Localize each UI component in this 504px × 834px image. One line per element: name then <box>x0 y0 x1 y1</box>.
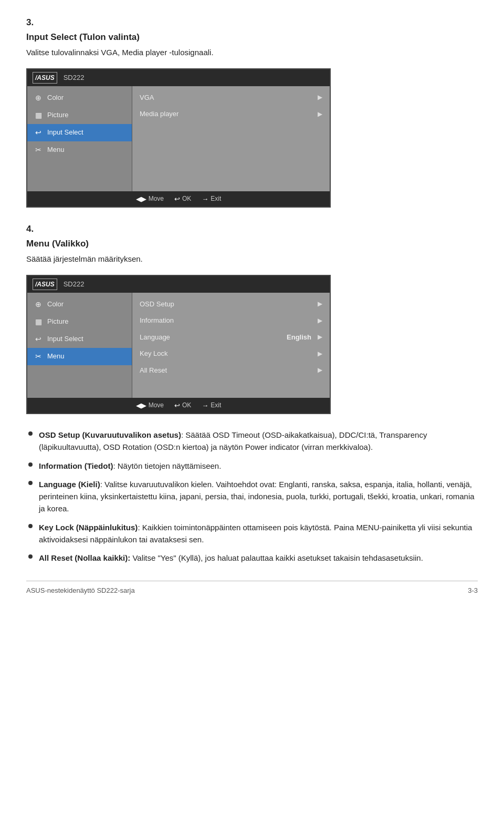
asus-logo-1: /ASUS <box>33 72 57 84</box>
osd-model-1: SD222 <box>64 73 85 83</box>
menu-icon: ↩ <box>34 127 43 138</box>
footer-icon: ◀▶ <box>136 194 146 204</box>
bullet-text: Language (Kieli): Valitse kuvaruutuvalik… <box>39 478 478 515</box>
osd2-menu-item: ↩Input Select <box>27 331 132 348</box>
menu-label: Picture <box>47 316 68 327</box>
footer-icon: ↩ <box>174 194 180 204</box>
section4: 4. Menu (Valikko) Säätää järjestelmän mä… <box>26 222 478 265</box>
right-label: VGA <box>140 92 154 103</box>
bullet-text: Information (Tiedot): Näytön tietojen nä… <box>39 460 478 472</box>
bullet-item: Information (Tiedot): Näytön tietojen nä… <box>26 460 478 472</box>
osd1-menu-item: ↩Input Select <box>27 124 132 141</box>
osd2-footer-item: ◀▶Move <box>136 400 164 411</box>
menu-icon: ▦ <box>34 110 43 121</box>
right-label: All Reset <box>140 365 167 376</box>
osd2-footer-item: →Exit <box>202 400 221 411</box>
menu-label: Input Select <box>47 334 83 344</box>
right-label: Language <box>140 332 170 343</box>
bullet-dot <box>28 481 33 485</box>
section4-number: 4. <box>26 222 478 236</box>
osd-right-panel-1: VGA▶Media player▶ <box>132 86 330 191</box>
osd2-right-item: All Reset▶ <box>132 362 330 379</box>
osd2-footer-item: ↩OK <box>174 400 191 411</box>
section4-title: Menu (Valikko) <box>26 237 478 251</box>
footer-left: ASUS-nestekidenäyttö SD222-sarja <box>26 585 135 596</box>
bullet-item: OSD Setup (Kuvaruutuvalikon asetus): Sää… <box>26 429 478 454</box>
arrow-icon: ▶ <box>318 109 322 119</box>
osd-left-panel-1: ⊕Color▦Picture↩Input Select✂Menu <box>27 86 132 191</box>
osd2-right-item: Key Lock▶ <box>132 345 330 362</box>
section3: 3. Input Select (Tulon valinta) Valitse … <box>26 16 478 59</box>
osd2-right-item: OSD Setup▶ <box>132 296 330 313</box>
osd-titlebar-2: /ASUS SD222 <box>27 276 330 293</box>
arrow-icon: ▶ <box>318 299 322 308</box>
section3-title: Input Select (Tulon valinta) <box>26 30 478 44</box>
page-footer: ASUS-nestekidenäyttö SD222-sarja 3-3 <box>26 581 478 596</box>
osd2-right-item: Information▶ <box>132 312 330 329</box>
arrow-icon: ▶ <box>318 92 322 102</box>
osd-model-2: SD222 <box>64 279 85 290</box>
bullet-dot <box>28 462 33 467</box>
osd1-footer-item: ↩OK <box>174 194 191 204</box>
right-value: English <box>287 332 311 343</box>
bullet-item: Key Lock (Näppäinlukitus): Kaikkien toim… <box>26 521 478 546</box>
menu-label: Color <box>47 299 64 310</box>
arrow-icon: ▶ <box>318 316 322 325</box>
section4-subtitle: Säätää järjestelmän määrityksen. <box>26 253 478 265</box>
arrow-icon: ▶ <box>318 349 322 358</box>
right-label: Key Lock <box>140 348 167 359</box>
osd1-right-item: VGA▶ <box>132 89 330 106</box>
arrow-icon: ▶ <box>318 332 322 342</box>
bullet-dot <box>28 524 33 528</box>
bullet-list: OSD Setup (Kuvaruutuvalikon asetus): Sää… <box>26 429 478 564</box>
bullet-text: All Reset (Nollaa kaikki): Valitse "Yes"… <box>39 552 478 564</box>
bullet-item: All Reset (Nollaa kaikki): Valitse "Yes"… <box>26 552 478 564</box>
menu-label: Picture <box>47 110 68 120</box>
menu-icon: ⊕ <box>34 299 43 310</box>
footer-icon: ◀▶ <box>136 400 146 411</box>
osd1-menu-item: ▦Picture <box>27 107 132 124</box>
menu-label: Menu <box>47 351 65 362</box>
osd1-right-item: Media player▶ <box>132 106 330 122</box>
osd-body-1: ⊕Color▦Picture↩Input Select✂Menu VGA▶Med… <box>27 86 330 191</box>
menu-icon: ▦ <box>34 316 43 327</box>
footer-label: Exit <box>211 194 221 203</box>
osd-body-2: ⊕Color▦Picture↩Input Select✂Menu OSD Set… <box>27 293 330 398</box>
bullet-text: OSD Setup (Kuvaruutuvalikon asetus): Sää… <box>39 429 478 454</box>
osd1-menu-item: ✂Menu <box>27 141 132 159</box>
osd-box-2: /ASUS SD222 ⊕Color▦Picture↩Input Select✂… <box>26 275 331 415</box>
bullet-item: Language (Kieli): Valitse kuvaruutuvalik… <box>26 478 478 515</box>
footer-right: 3-3 <box>468 585 478 596</box>
bullet-text: Key Lock (Näppäinlukitus): Kaikkien toim… <box>39 521 478 546</box>
footer-icon: → <box>202 400 208 411</box>
menu-icon: ↩ <box>34 334 43 345</box>
osd-footer-2: ◀▶Move↩OK→Exit <box>27 398 330 414</box>
right-label: Media player <box>140 109 178 119</box>
footer-label: OK <box>182 400 191 410</box>
osd-titlebar-1: /ASUS SD222 <box>27 69 330 86</box>
menu-label: Color <box>47 92 64 103</box>
osd1-footer-item: ◀▶Move <box>136 194 164 204</box>
footer-label: Move <box>149 194 164 203</box>
right-label: Information <box>140 315 174 326</box>
menu-icon: ✂ <box>34 145 43 156</box>
menu-icon: ✂ <box>34 351 43 362</box>
menu-icon: ⊕ <box>34 92 43 104</box>
asus-logo-2: /ASUS <box>33 279 57 290</box>
osd2-menu-item: ⊕Color <box>27 296 132 313</box>
arrow-icon: ▶ <box>318 365 322 375</box>
bullet-dot <box>28 554 33 559</box>
right-label: OSD Setup <box>140 299 174 310</box>
osd2-menu-item: ▦Picture <box>27 313 132 331</box>
osd-right-panel-2: OSD Setup▶Information▶LanguageEnglish▶Ke… <box>132 293 330 398</box>
osd-box-1: /ASUS SD222 ⊕Color▦Picture↩Input Select✂… <box>26 68 331 208</box>
osd2-right-item: LanguageEnglish▶ <box>132 329 330 346</box>
osd2-menu-item: ✂Menu <box>27 348 132 365</box>
osd1-footer-item: →Exit <box>202 194 221 204</box>
menu-label: Input Select <box>47 127 83 138</box>
osd-footer-1: ◀▶Move↩OK→Exit <box>27 191 330 207</box>
section3-number: 3. <box>26 16 478 29</box>
footer-label: Move <box>149 400 164 410</box>
bullet-dot <box>28 431 33 436</box>
menu-label: Menu <box>47 145 65 155</box>
